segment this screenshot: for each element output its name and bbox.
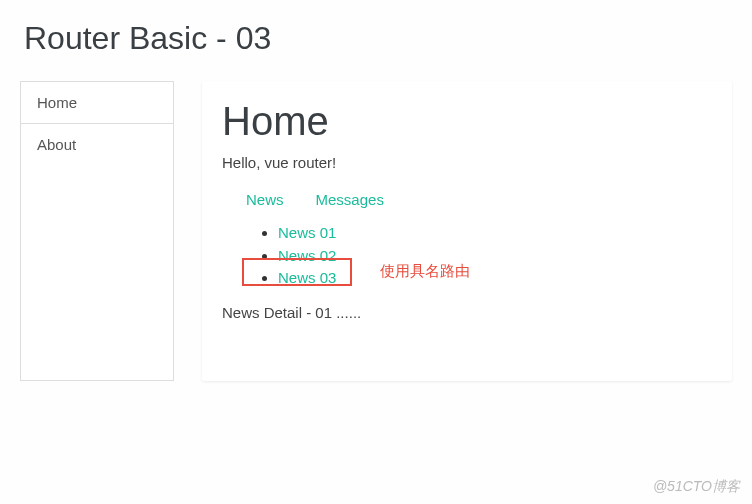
- news-link-01[interactable]: News 01: [278, 224, 336, 241]
- sidebar-item-about[interactable]: About: [21, 124, 173, 165]
- annotation-text: 使用具名路由: [380, 262, 470, 281]
- sidebar-item-home[interactable]: Home: [21, 82, 173, 124]
- main-heading: Home: [222, 99, 708, 144]
- greeting-text: Hello, vue router!: [222, 154, 708, 171]
- main-panel: Home Hello, vue router! News Messages Ne…: [202, 81, 732, 381]
- tab-news[interactable]: News: [246, 191, 284, 208]
- tab-messages[interactable]: Messages: [316, 191, 384, 208]
- sidebar: Home About: [20, 81, 174, 381]
- news-link-02[interactable]: News 02: [278, 247, 336, 264]
- app-root: Router Basic - 03 Home About Home Hello,…: [0, 0, 752, 401]
- page-title: Router Basic - 03: [24, 20, 732, 57]
- news-detail: News Detail - 01 ......: [222, 304, 708, 321]
- list-item: News 02: [278, 245, 708, 268]
- tabs: News Messages: [222, 191, 708, 208]
- list-item: News 03: [278, 267, 708, 290]
- watermark: @51CTO博客: [653, 478, 740, 496]
- news-link-03[interactable]: News 03: [278, 269, 336, 286]
- list-item: News 01: [278, 222, 708, 245]
- layout: Home About Home Hello, vue router! News …: [20, 81, 732, 381]
